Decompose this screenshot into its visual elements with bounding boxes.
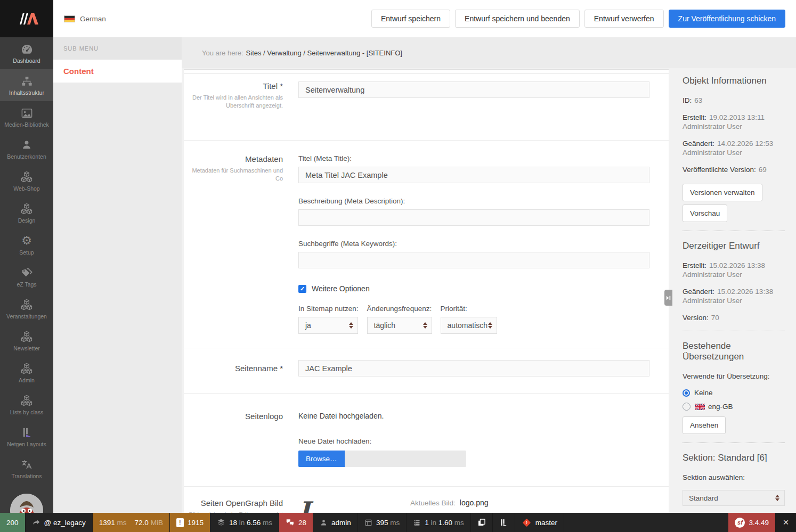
language-switcher[interactable]: German — [64, 15, 106, 23]
sidebar-item-webshop[interactable]: Web-Shop — [0, 165, 53, 197]
main-content-area: You are here: Sites / Verwaltung / Seite… — [182, 37, 796, 513]
section-select[interactable]: Standard — [683, 490, 785, 506]
sidebar-item-admin[interactable]: Admin — [0, 357, 53, 389]
logs-segment[interactable]: ! 1915 — [170, 513, 210, 532]
radio-unselected-icon[interactable] — [683, 403, 691, 411]
view-translation-button[interactable]: Ansehen — [683, 416, 726, 434]
user-icon — [21, 138, 33, 152]
use-for-translation-label: Verwende für Übersetzung: — [683, 372, 785, 381]
sidebar-item-lists-by-class[interactable]: Lists by class — [0, 389, 53, 421]
dotted-divider — [683, 231, 785, 231]
required-asterisk: * — [280, 81, 283, 91]
netgen-logo-icon — [14, 10, 39, 28]
database-segment[interactable]: 1 in 1.60 ms — [407, 513, 471, 532]
section-select-label: Sektion auswählen: — [683, 473, 785, 482]
draft-modified-row: Geändert:15.02.2026 13:38 Administrator … — [683, 287, 785, 305]
logged-in-user: admin — [331, 519, 351, 527]
change-frequency-select[interactable]: täglich — [367, 317, 432, 334]
language-label: German — [80, 15, 106, 23]
field-row-page-name: Seitenname * — [184, 348, 669, 394]
logs-count: 1915 — [188, 519, 204, 527]
object-id-row: ID:63 — [683, 96, 785, 105]
no-file-status: Keine Datei hochgeladen. — [298, 412, 649, 420]
sidebar-item-dashboard[interactable]: Dashboard — [0, 37, 53, 69]
breadcrumb-path[interactable]: Sites / Verwaltung / Seitenverwaltung - … — [246, 49, 402, 57]
dotted-divider — [683, 443, 785, 443]
sidebar-item-newsletter[interactable]: Newsletter — [0, 325, 53, 357]
meta-description-input[interactable] — [298, 209, 649, 226]
draft-version-row: Version:70 — [683, 313, 785, 322]
published-version-row: Veröffentlichte Version:69 — [683, 165, 785, 174]
dotted-divider — [683, 331, 785, 331]
translation-option-none[interactable]: Keine — [683, 389, 785, 397]
more-options-checkbox[interactable]: ✓ — [298, 285, 306, 293]
sitemap-use-select[interactable]: ja — [298, 317, 358, 334]
discard-draft-button[interactable]: Entwurf verwerfen — [584, 10, 664, 28]
log-warning-icon: ! — [176, 518, 184, 527]
more-options-toggle[interactable]: ✓ Weitere Optionen — [298, 284, 649, 293]
sidebar-item-design[interactable]: Design — [0, 197, 53, 229]
layers-icon — [217, 518, 225, 527]
layouts-segment[interactable] — [493, 513, 515, 532]
german-flag-icon — [64, 15, 75, 22]
translations-segment[interactable]: 28 — [279, 513, 313, 532]
sidebar-item-media-library[interactable]: Medien-Bibliothek — [0, 101, 53, 133]
logo-file-input[interactable]: Browse… — [298, 451, 466, 467]
user-segment[interactable]: admin — [313, 513, 358, 532]
http-status-segment[interactable]: 200 — [0, 513, 26, 532]
meta-title-input[interactable] — [298, 167, 649, 183]
object-created-row: Erstellt:19.02.2013 13:11 Administrator … — [683, 113, 785, 131]
meta-keywords-input[interactable] — [298, 252, 649, 268]
required-asterisk: * — [280, 364, 283, 373]
manage-versions-button[interactable]: Versionen verwalten — [683, 184, 762, 201]
symfony-version-segment[interactable]: sf 3.4.49 — [728, 513, 776, 532]
priority-select[interactable]: automatisch — [441, 317, 497, 334]
close-toolbar-button[interactable]: × — [776, 513, 796, 532]
breadcrumb-prefix: You are here: — [202, 49, 243, 57]
server-stack-icon — [413, 519, 421, 527]
sidebar-item-netgen-layouts[interactable]: Netgen Layouts — [0, 421, 53, 453]
panel-collapse-handle[interactable] — [664, 290, 672, 306]
sidebar-item-events[interactable]: Veranstaltungen — [0, 293, 53, 325]
sidebar-item-translations[interactable]: Translations — [0, 453, 53, 485]
performance-segment[interactable]: 1391 ms 72.0 MiB — [93, 513, 170, 532]
save-draft-button[interactable]: Entwurf speichern — [371, 10, 450, 28]
radio-selected-icon[interactable] — [683, 389, 690, 397]
metadata-heading: Metadaten — [184, 154, 283, 163]
preview-button[interactable]: Vorschau — [683, 204, 727, 222]
field-row-page-logo: Seitenlogo Keine Datei hochgeladen. Neue… — [184, 394, 669, 487]
draft-actions: Entwurf speichern Entwurf speichern und … — [371, 10, 785, 28]
page-logo-label: Seitenlogo — [184, 412, 283, 421]
sidebar-item-eztags[interactable]: eZ Tags — [0, 261, 53, 293]
route-name: @ ez_legacy — [44, 519, 86, 527]
translation-option-eng-gb[interactable]: eng-GB — [683, 403, 785, 411]
cubes-icon — [20, 362, 33, 375]
ajax-segment[interactable]: 395 ms — [358, 513, 407, 532]
page-name-input[interactable] — [298, 360, 649, 377]
avatar-bird-image — [10, 494, 43, 513]
current-image-label: Aktuelles Bild: — [410, 499, 456, 507]
cache-segment[interactable] — [471, 513, 493, 532]
app-logo[interactable] — [0, 0, 53, 37]
submenu-item-content[interactable]: Content — [53, 60, 182, 83]
sub-menu-panel: SUB MENU Content — [53, 37, 182, 513]
metadata-help: Metadaten für Suchmaschinen und Co — [184, 167, 283, 183]
sidebar-item-setup[interactable]: ⚙ Setup — [0, 229, 53, 261]
title-field-label: Titel * — [184, 81, 283, 91]
route-segment[interactable]: @ ez_legacy — [26, 513, 93, 532]
browse-button[interactable]: Browse… — [298, 451, 345, 467]
sidebar-item-content-structure[interactable]: Inhaltsstruktur — [0, 69, 53, 101]
user-avatar[interactable] — [10, 494, 43, 513]
missing-translations-count: 28 — [298, 519, 306, 527]
save-draft-and-close-button[interactable]: Entwurf speichern und beenden — [455, 10, 580, 28]
sitemap-use-label: In Sitemap nutzen: — [298, 305, 359, 313]
sidebar-item-user-accounts[interactable]: Benutzerkonten — [0, 133, 53, 165]
title-input[interactable] — [298, 81, 649, 98]
breadcrumb: You are here: Sites / Verwaltung / Seite… — [182, 37, 796, 68]
templates-segment[interactable]: 18 in 6.56 ms — [210, 513, 279, 532]
share-arrow-icon — [32, 518, 40, 527]
select-arrows-icon — [349, 322, 353, 329]
send-for-publishing-button[interactable]: Zur Veröffentlichung schicken — [669, 10, 785, 28]
top-header: German Entwurf speichern Entwurf speiche… — [0, 0, 796, 37]
ez-branch-segment[interactable]: master — [515, 513, 564, 532]
